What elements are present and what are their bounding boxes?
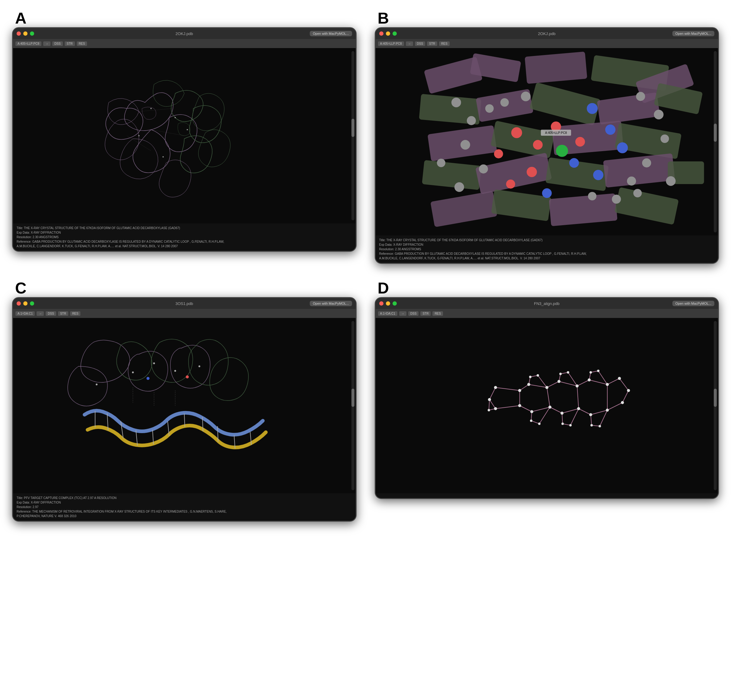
panel-d-info (376, 493, 718, 498)
svg-point-162 (561, 423, 564, 425)
maximize-button-c[interactable] (30, 301, 34, 305)
svg-point-147 (518, 404, 521, 407)
toolbar-b-item3[interactable]: DSS (415, 41, 426, 46)
svg-point-138 (557, 380, 560, 383)
toolbar-a-item2[interactable]: → (43, 41, 50, 46)
svg-point-137 (545, 386, 548, 389)
svg-point-55 (654, 110, 663, 119)
close-button-a[interactable] (17, 31, 21, 36)
svg-point-136 (527, 383, 530, 386)
svg-point-62 (521, 92, 530, 101)
toolbar-c-item2[interactable]: → (37, 311, 44, 316)
svg-point-134 (494, 386, 497, 389)
panel-c-scrollbar[interactable] (351, 321, 354, 490)
svg-point-144 (494, 407, 497, 410)
toolbar-a-item1[interactable]: A:405=LLP:PC8 (15, 41, 41, 46)
close-button-d[interactable] (379, 301, 383, 305)
panel-a-info-line2: Exp Data: X-RAY DIFFRACTION (17, 230, 352, 235)
open-macpymol-a[interactable]: Open with MacPyMOL... (310, 31, 352, 36)
close-button-b[interactable] (379, 31, 383, 36)
svg-point-54 (636, 92, 645, 101)
minimize-button-d[interactable] (386, 301, 390, 305)
close-button-c[interactable] (17, 301, 21, 305)
toolbar-b-item5[interactable]: RES (439, 41, 450, 46)
toolbar-d-item1[interactable]: A:1=DA:C1 (378, 311, 397, 316)
panel-d-scrollbar[interactable] (714, 321, 717, 490)
panel-d-mac-buttons (379, 301, 397, 305)
svg-point-157 (567, 371, 569, 374)
panel-c-scrollbar-thumb (351, 389, 354, 407)
svg-rect-12 (525, 51, 587, 84)
main-grid: A 2OKJ.pdb Open with MacPyMOL... A:405=L… (12, 12, 719, 534)
panel-b-scrollbar[interactable] (714, 51, 717, 232)
maximize-button-a[interactable] (30, 31, 34, 36)
panel-a-scrollbar[interactable] (351, 51, 354, 220)
svg-point-160 (530, 420, 532, 422)
panel-b-toolbar: A:405=LLP:PC8 → DSS STR RES (376, 39, 718, 48)
svg-point-37 (575, 137, 585, 147)
toolbar-d-item5[interactable]: RES (432, 311, 443, 316)
minimize-button-a[interactable] (23, 31, 28, 36)
svg-point-45 (542, 188, 552, 198)
panel-c-window: 3OS1.pdb Open with MacPyMOL... A:1=DA:C1… (12, 297, 357, 522)
panel-d-viewport (376, 318, 718, 493)
panel-a-info-line1: Title: THE X-RAY CRYSTAL STRUCTURE OF TH… (17, 226, 352, 230)
svg-point-8 (163, 156, 164, 157)
panel-c-label: C (15, 279, 26, 297)
minimize-button-b[interactable] (386, 31, 390, 36)
panel-a-mac-buttons (17, 31, 34, 36)
panel-a-window: 2OKJ.pdb Open with MacPyMOL... A:405=LLP… (12, 27, 357, 252)
toolbar-b-item1[interactable]: A:405=LLP:PC8 (378, 41, 404, 46)
svg-point-7 (187, 129, 188, 130)
panel-a-titlebar: 2OKJ.pdb Open with MacPyMOL... (13, 28, 356, 39)
svg-text:A:405=LLP:PC8: A:405=LLP:PC8 (545, 131, 567, 135)
maximize-button-d[interactable] (393, 301, 397, 305)
svg-point-56 (660, 135, 669, 143)
toolbar-d-item2[interactable]: → (399, 311, 407, 316)
svg-point-155 (536, 374, 539, 377)
panel-c-info: Title: PFV TARGET CAPTURE COMPLEX (TCC) … (13, 493, 356, 521)
toolbar-c-item5[interactable]: RES (70, 311, 81, 316)
panel-d-titlebar: FN3_align.pdb Open with MacPyMOL... (376, 298, 718, 309)
panel-c-info-line4: Reference: THE MECHANISM OF RETROVIRAL I… (17, 509, 352, 514)
svg-point-64 (588, 192, 596, 200)
panel-d-label: D (378, 279, 389, 297)
toolbar-d-item3[interactable]: DSS (408, 311, 419, 316)
open-macpymol-c[interactable]: Open with MacPyMOL... (310, 301, 352, 306)
panel-b-info-line3: Resolution: 2.30 ANGSTROMS (379, 247, 715, 251)
panel-a-info-line3: Resolution: 2.30 ANGSTROMS (17, 235, 352, 239)
toolbar-b-item4[interactable]: STR (427, 41, 437, 46)
toolbar-c-item4[interactable]: STR (58, 311, 68, 316)
toolbar-c-item3[interactable]: DSS (46, 311, 56, 316)
panel-d-window: FN3_align.pdb Open with MacPyMOL... A:1=… (375, 297, 719, 499)
open-macpymol-b[interactable]: Open with MacPyMOL... (672, 31, 714, 36)
panel-b-info-line4: Reference: GABA PRODUCTION BY GLUTAMIC A… (379, 251, 715, 256)
panel-b-window: 2OKJ.pdb Open with MacPyMOL... A:405=LLP… (375, 27, 719, 264)
toolbar-b-item2[interactable]: → (406, 41, 413, 46)
svg-point-86 (198, 365, 200, 367)
svg-rect-67 (48, 318, 320, 493)
panel-b-scrollbar-thumb (714, 123, 717, 142)
svg-point-41 (605, 125, 615, 135)
open-macpymol-d[interactable]: Open with MacPyMOL... (672, 301, 714, 306)
panel-c-info-line2: Exp Data: X-RAY DIFFRACTION (17, 500, 352, 505)
toolbar-a-item5[interactable]: RES (77, 41, 87, 46)
svg-point-165 (598, 425, 601, 427)
minimize-button-c[interactable] (23, 301, 28, 305)
toolbar-d-item4[interactable]: STR (420, 311, 431, 316)
svg-point-153 (606, 409, 609, 412)
svg-point-59 (633, 189, 641, 197)
panel-c-info-line3: Resolution: 2.97 (17, 505, 352, 509)
svg-point-60 (612, 195, 621, 204)
svg-point-88 (186, 376, 189, 379)
svg-point-146 (621, 401, 624, 404)
panel-a-toolbar: A:405=LLP:PC8 → DSS STR RES (13, 39, 356, 48)
panel-a-info-line4: Reference: GABA PRODUCTION BY GLUTAMIC A… (17, 239, 352, 244)
svg-point-43 (617, 142, 628, 153)
toolbar-a-item3[interactable]: DSS (52, 41, 63, 46)
toolbar-a-item4[interactable]: STR (65, 41, 75, 46)
maximize-button-b[interactable] (393, 31, 397, 36)
svg-point-164 (590, 424, 593, 427)
toolbar-c-item1[interactable]: A:1=DA:C1 (15, 311, 35, 316)
panel-a-wrapper: A 2OKJ.pdb Open with MacPyMOL... A:405=L… (12, 12, 357, 264)
